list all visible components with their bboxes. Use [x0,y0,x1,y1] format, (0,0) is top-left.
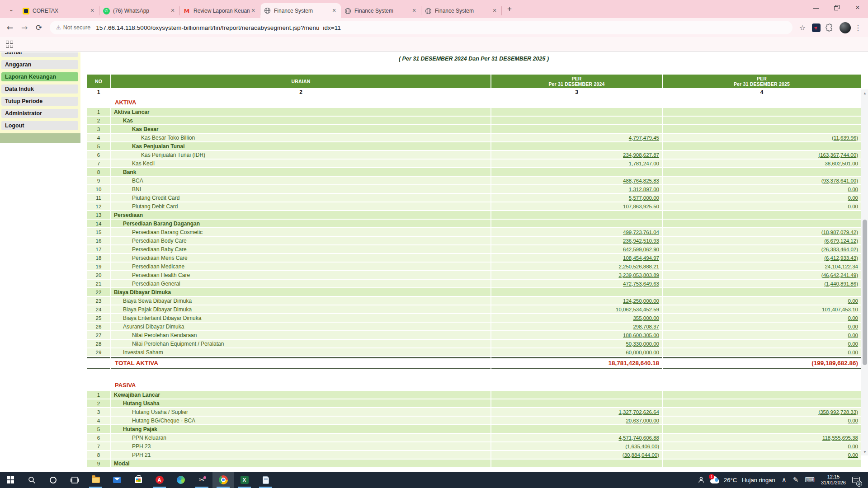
taskbar-search-icon[interactable] [21,472,42,488]
value-2025-link[interactable]: 0.00 [848,195,858,201]
value-2025-link[interactable]: 0.00 [848,341,858,347]
value-2025-link[interactable]: 0.00 [848,204,858,209]
forward-button[interactable]: → [18,21,31,34]
value-2024-link[interactable]: 3,239,053,803.89 [618,272,659,278]
reload-button[interactable]: ⟳ [33,21,45,34]
value-2025-link[interactable]: 0.00 [848,444,858,449]
value-2024-link[interactable]: (30,884,044.00) [623,452,659,458]
value-2024-link[interactable]: 499,723,761.04 [623,230,659,235]
value-2025-link[interactable]: 38,602,501.00 [825,161,858,166]
menu-grid-icon[interactable] [6,41,14,48]
value-2024-link[interactable]: 10,062,534,452.59 [616,307,659,312]
value-2024-link[interactable]: 4,571,740,606.88 [618,435,659,441]
tab-search-button[interactable]: ⌄ [5,3,17,15]
value-2024-link[interactable]: 5,577,000.00 [629,195,659,201]
back-button[interactable]: ← [4,21,16,34]
taskbar-file-explorer-icon[interactable] [85,472,106,488]
chrome-menu-icon[interactable]: ⋮ [852,21,864,34]
value-2024-link[interactable]: 188,600,305.00 [623,333,659,338]
taskbar-notepad-icon[interactable] [255,472,276,488]
value-2025-link[interactable]: 0.00 [848,418,858,423]
tab-close-icon[interactable]: × [89,7,96,14]
value-2025-link[interactable]: 0.00 [848,324,858,329]
value-2024-link[interactable]: 108,454,494.97 [623,255,659,261]
taskbar-task-view-icon[interactable] [64,472,85,488]
value-2024-link[interactable]: 472,753,649.63 [623,281,659,286]
taskbar-excel-icon[interactable]: X [234,472,255,488]
new-tab-button[interactable]: + [504,3,515,15]
value-2025-link[interactable]: (46,642,241.49) [821,272,858,278]
value-2025-link[interactable]: (18,987,079.42) [821,230,858,235]
sidebar-item-jurnal[interactable]: Jurnal [1,52,78,57]
address-bar[interactable]: ⚠ Not secure 157.66.14.118:5000/oxysyste… [50,21,793,34]
tab-close-icon[interactable]: × [169,7,176,14]
value-2024-link[interactable]: (1,635,406.00) [625,444,659,449]
tab-finance-system[interactable]: Finance System× [260,3,341,18]
taskbar-chrome-icon[interactable] [212,472,234,488]
value-2024-link[interactable]: 1,781,247.00 [629,161,659,166]
value-2024-link[interactable]: 642,599,062.90 [623,247,659,252]
window-close-button[interactable]: × [847,0,868,15]
value-2024-link[interactable]: 60,000,000.00 [626,350,659,355]
value-2024-link[interactable]: 20,637,000.00 [626,418,659,423]
value-2024-link[interactable]: 236,942,510.93 [623,238,659,244]
value-2024-link[interactable]: 234,908,627.87 [623,152,659,158]
taskbar-cortana-icon[interactable] [42,472,64,488]
page-scrollbar[interactable]: ▲ ▼ [861,89,868,455]
value-2025-link[interactable]: 101,407,453.10 [822,307,858,312]
download-extension-icon[interactable]: ➤ [810,21,822,34]
profile-avatar[interactable] [840,22,851,33]
value-2024-link[interactable]: 2,250,526,888.21 [618,264,659,269]
value-2025-link[interactable]: (358,992,728.33) [818,409,858,415]
value-2025-link[interactable]: 24,104,122.34 [825,264,858,269]
value-2024-link[interactable]: 1,312,897.00 [629,187,659,192]
taskbar-clock[interactable]: 12:15 31/01/2026 [818,472,849,488]
tab-finance-system[interactable]: Finance System× [421,6,502,15]
extensions-puzzle-icon[interactable] [823,21,836,34]
value-2025-link[interactable]: (11,639.96) [832,135,858,141]
value-2025-link[interactable]: 0.00 [848,452,858,458]
tab-finance-system[interactable]: Finance System× [341,6,421,15]
value-2025-link[interactable]: 0.00 [848,350,858,355]
sidebar-item-tutup-periode[interactable]: Tutup Periode [1,97,78,106]
tab-close-icon[interactable]: × [250,7,257,14]
sidebar-item-data-induk[interactable]: Data Induk [1,84,78,94]
value-2025-link[interactable]: (93,378,641.00) [821,178,858,183]
window-minimize-button[interactable]: — [806,0,826,15]
taskbar-edge-icon[interactable] [170,472,191,488]
taskbar-mail-icon[interactable] [106,472,127,488]
sidebar-item-logout[interactable]: Logout [1,121,78,130]
sidebar-item-administrator[interactable]: Administrator [1,109,78,118]
taskbar-avira-icon[interactable]: A [149,472,170,488]
tab--76-whatsapp[interactable]: ✆(76) WhatsApp× [99,6,180,15]
bookmark-star-icon[interactable]: ☆ [796,21,809,34]
value-2025-link[interactable]: (163,367,744.00) [818,152,858,158]
value-2024-link[interactable]: 355,000.00 [633,315,659,321]
value-2024-link[interactable]: 298,708.37 [633,324,659,329]
people-button[interactable] [693,472,707,488]
touch-keyboard-icon[interactable]: ⌨ [802,472,818,488]
value-2025-link[interactable]: (26,383,464.02) [821,247,858,252]
taskbar-store-icon[interactable] [127,472,149,488]
value-2024-link[interactable]: 4,797,479.45 [629,135,659,141]
value-2024-link[interactable]: 488,764,825.83 [623,178,659,183]
window-restore-button[interactable] [826,0,847,15]
tab-coretax[interactable]: CORETAX× [19,6,99,15]
action-center-button[interactable]: 2 [849,472,863,488]
taskbar-start-icon[interactable] [0,472,21,488]
value-2025-link[interactable]: 0.00 [848,315,858,321]
value-2024-link[interactable]: 107,863,925.50 [623,204,659,209]
taskbar-snipping-tool-icon[interactable]: ✂ [191,472,212,488]
value-2025-link[interactable]: 118,555,695.38 [822,435,858,441]
pen-input-icon[interactable]: ✎ [790,472,802,488]
scrollbar-thumb[interactable] [863,220,867,365]
value-2025-link[interactable]: (1,440,891.86) [824,281,858,286]
tab-close-icon[interactable]: × [410,7,418,14]
scroll-down-arrow[interactable]: ▼ [861,448,868,455]
tab-review-laporan-keuangan-dy[interactable]: MReview Laporan Keuangan - dy× [180,6,260,15]
value-2025-link[interactable]: (6,679,124.12) [824,238,858,244]
value-2024-link[interactable]: 1,327,702,626.64 [618,409,659,415]
weather-widget[interactable]: 1 26°C Hujan ringan [707,472,778,488]
tray-overflow-chevron[interactable]: ∧ [778,472,790,488]
value-2024-link[interactable]: 50,330,000.00 [626,341,659,347]
